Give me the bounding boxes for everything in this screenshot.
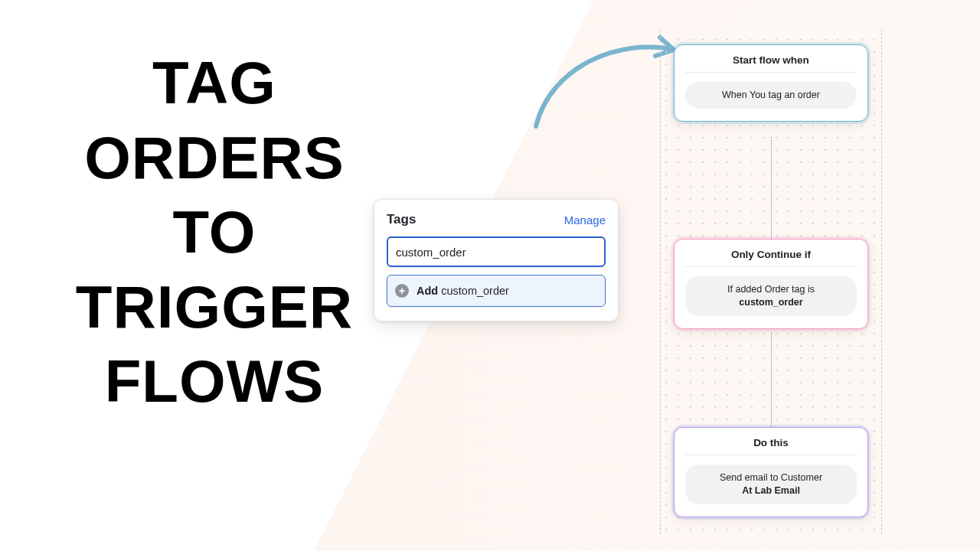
node-chip: Send email to Customer At Lab Email [685,465,857,504]
tag-input[interactable] [387,236,606,267]
node-chip: If added Order tag is custom_order [685,276,857,316]
node-title: Only Continue if [685,249,857,267]
node-title: Do this [685,437,857,455]
flow-canvas: Start flow when When You tag an order On… [660,29,882,534]
add-tag-suggestion[interactable]: + Add custom_order [387,275,606,307]
headline-text: TAG ORDERS TO TRIGGER FLOWS [54,46,375,419]
flow-connector [771,137,772,239]
node-title: Start flow when [685,54,857,73]
flow-node-condition[interactable]: Only Continue if If added Order tag is c… [674,239,868,329]
flow-node-action[interactable]: Do this Send email to Customer At Lab Em… [674,427,868,517]
flow-node-trigger[interactable]: Start flow when When You tag an order [674,44,868,122]
tags-title: Tags [387,212,416,227]
flow-connector [771,332,772,427]
plus-circle-icon: + [395,284,409,298]
suggestion-label: Add custom_order [416,285,509,297]
node-chip: When You tag an order [685,82,857,109]
manage-link[interactable]: Manage [564,214,606,227]
tags-popover: Tags Manage + Add custom_order [374,199,619,321]
